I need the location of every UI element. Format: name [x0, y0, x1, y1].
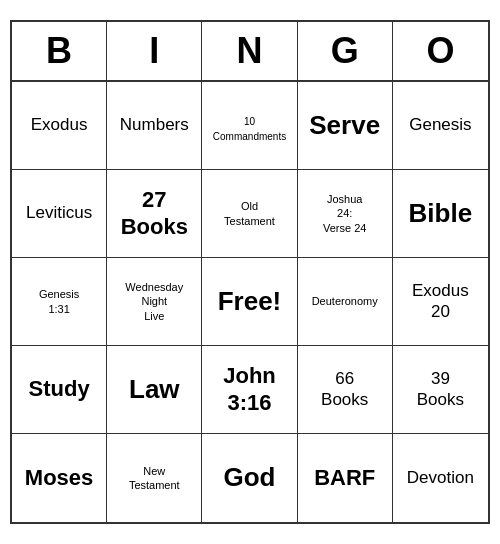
cell-content: 10Commandments [213, 111, 286, 140]
cell-content: New Testament [129, 464, 180, 493]
cell-r3-c0: Study [12, 346, 107, 434]
cell-content: Joshua 24: Verse 24 [323, 192, 366, 235]
cell-r1-c4: Bible [393, 170, 488, 258]
cell-content: John 3:16 [223, 363, 276, 416]
header-letter: O [393, 22, 488, 80]
cell-r0-c3: Serve [298, 82, 393, 170]
cell-content: 27 Books [121, 187, 188, 240]
bingo-grid: ExodusNumbers10CommandmentsServeGenesisL… [12, 82, 488, 522]
cell-content: Serve [309, 110, 380, 141]
cell-r0-c2: 10Commandments [202, 82, 297, 170]
cell-content: Wednesday Night Live [125, 280, 183, 323]
cell-content: Leviticus [26, 203, 92, 223]
cell-r4-c0: Moses [12, 434, 107, 522]
bingo-header: BINGO [12, 22, 488, 82]
cell-r2-c3: Deuteronomy [298, 258, 393, 346]
cell-r2-c0: Genesis 1:31 [12, 258, 107, 346]
cell-r1-c3: Joshua 24: Verse 24 [298, 170, 393, 258]
cell-content: Study [29, 376, 90, 402]
cell-content: Genesis 1:31 [39, 287, 79, 316]
cell-content: God [223, 462, 275, 493]
cell-r4-c2: God [202, 434, 297, 522]
cell-r3-c3: 66 Books [298, 346, 393, 434]
header-letter: G [298, 22, 393, 80]
cell-r2-c2: Free! [202, 258, 297, 346]
cell-r4-c3: BARF [298, 434, 393, 522]
cell-r3-c1: Law [107, 346, 202, 434]
cell-content: Exodus 20 [412, 281, 469, 322]
cell-content: Law [129, 374, 180, 405]
cell-content: Free! [218, 286, 282, 317]
cell-content: Old Testament [224, 199, 275, 228]
bingo-card: BINGO ExodusNumbers10CommandmentsServeGe… [10, 20, 490, 524]
cell-r3-c4: 39 Books [393, 346, 488, 434]
header-letter: I [107, 22, 202, 80]
cell-r1-c0: Leviticus [12, 170, 107, 258]
cell-r4-c4: Devotion [393, 434, 488, 522]
cell-r1-c1: 27 Books [107, 170, 202, 258]
cell-r3-c2: John 3:16 [202, 346, 297, 434]
cell-content: Moses [25, 465, 93, 491]
header-letter: B [12, 22, 107, 80]
cell-r2-c4: Exodus 20 [393, 258, 488, 346]
cell-r0-c1: Numbers [107, 82, 202, 170]
cell-content: Deuteronomy [312, 294, 378, 308]
cell-content: Genesis [409, 115, 471, 135]
header-letter: N [202, 22, 297, 80]
cell-content: 66 Books [321, 369, 368, 410]
cell-r1-c2: Old Testament [202, 170, 297, 258]
cell-r4-c1: New Testament [107, 434, 202, 522]
cell-content: Exodus [31, 115, 88, 135]
cell-r0-c4: Genesis [393, 82, 488, 170]
cell-content: Numbers [120, 115, 189, 135]
cell-r0-c0: Exodus [12, 82, 107, 170]
cell-content: 39 Books [417, 369, 464, 410]
cell-top-text: 10Commandments [213, 116, 286, 141]
cell-content: Bible [409, 198, 473, 229]
cell-content: Devotion [407, 468, 474, 488]
cell-r2-c1: Wednesday Night Live [107, 258, 202, 346]
cell-content: BARF [314, 465, 375, 491]
